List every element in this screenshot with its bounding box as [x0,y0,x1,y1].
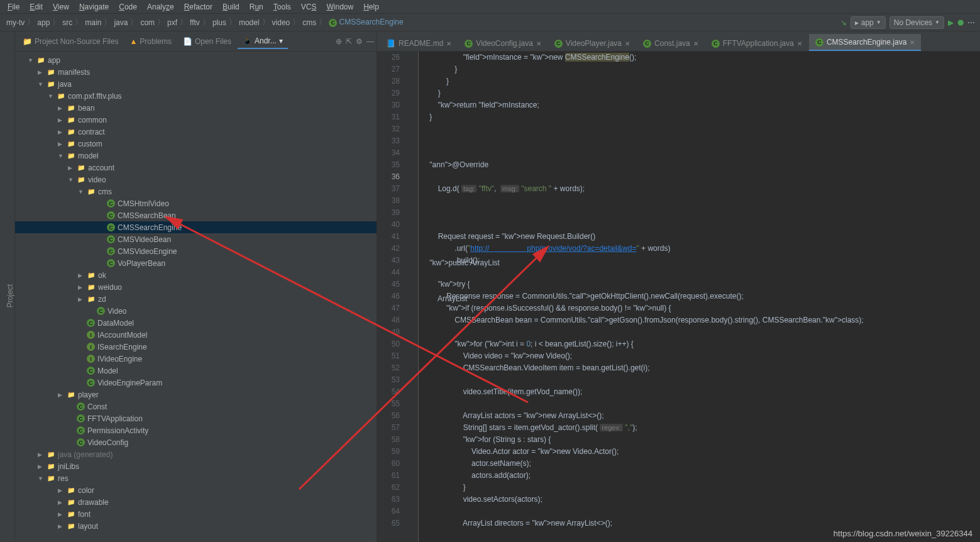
tree-node-video[interactable]: ▼📁video [15,174,377,185]
close-icon[interactable]: ✕ [536,40,541,47]
run-config-selector[interactable]: ▸ app ▼ [851,16,886,29]
pane-tab-openfiles[interactable]: 📄 Open Files [178,35,236,48]
more-icon[interactable]: ⋯ [967,18,975,27]
tree-node-custom[interactable]: ▶📁custom [15,138,377,150]
tree-node-ok[interactable]: ▶📁ok [15,269,377,281]
crumb[interactable]: pxf [166,18,179,27]
menu-file[interactable]: File [3,1,25,13]
tree-node-manifests[interactable]: ▶📁manifests [15,66,377,78]
tree-node-CMSSearchEngine[interactable]: CCMSSearchEngine [15,221,377,233]
tree-node-font[interactable]: ▶📁font [15,508,377,520]
menu-tools[interactable]: Tools [268,1,296,13]
tree-node-Const[interactable]: CConst [15,401,377,412]
code-content[interactable]: "field">mInstance = "kw">new CMSSearchEn… [419,52,980,542]
close-icon[interactable]: ✕ [446,40,451,47]
select-open-file-icon[interactable]: ⊕ [336,37,342,46]
tree-node-weiduo[interactable]: ▶📁weiduo [15,281,377,293]
tree-node-app[interactable]: ▼📁app [15,54,377,66]
code-editor[interactable]: 2627282930313233343536373839404142434445… [377,52,980,542]
tree-node-VideoEngineParam[interactable]: CVideoEngineParam [15,377,377,389]
tree-node-javagen[interactable]: ▶📁java (generated) [15,448,377,460]
editor-tab[interactable]: CVideoConfig.java✕ [458,35,548,51]
tree-node-CMSVideoEngine[interactable]: CCMSVideoEngine [15,245,377,257]
editor-tab[interactable]: CVideoPlayer.java✕ [548,35,636,51]
close-icon[interactable]: ✕ [693,40,698,47]
menu-code[interactable]: Code [114,1,142,13]
hide-icon[interactable]: — [366,37,374,46]
tree-node-player[interactable]: ▶📁player [15,389,377,401]
tree-node-common[interactable]: ▶📁common [15,114,377,126]
crumb[interactable]: my-tv [5,18,26,27]
gear-icon[interactable]: ⚙ [356,37,363,46]
tree-node-VoPlayerBean[interactable]: CVoPlayerBean [15,257,377,269]
tree-node-PermissionActivity[interactable]: CPermissionActivity [15,424,377,436]
tree-node-contract[interactable]: ▶📁contract [15,126,377,138]
close-icon[interactable]: ✕ [797,40,802,47]
close-icon[interactable]: ✕ [625,40,630,47]
crumb[interactable]: cms [301,18,317,27]
tree-node-Video[interactable]: CVideo [15,305,377,317]
menu-edit[interactable]: Edit [25,1,48,13]
tool-project[interactable]: Project [6,284,14,307]
run-icon[interactable]: ▶ [948,18,954,27]
editor-tab[interactable]: 📘 README.md✕ [380,35,458,51]
fold-gutter[interactable] [405,52,419,542]
tree-node-IAccountModel[interactable]: IIAccountModel [15,329,377,341]
tree-node-VideoConfig[interactable]: CVideoConfig [15,436,377,448]
editor-tab[interactable]: CConst.java✕ [637,35,705,51]
pane-tab-android[interactable]: 📱 Andr... ▾ [238,34,288,49]
tree-node-CMSHtmlVideo[interactable]: CCMSHtmlVideo [15,197,377,209]
tree-node-FFTVApplication[interactable]: CFFTVApplication [15,412,377,424]
crumb[interactable]: java [113,18,129,27]
tree-node-color[interactable]: ▶📁color [15,484,377,496]
breadcrumbs[interactable]: my-tv〉 app〉 src〉 main〉 java〉 com〉 pxf〉 f… [5,17,405,28]
tree-node-jniLibs[interactable]: ▶📁jniLibs [15,460,377,472]
menu-window[interactable]: Window [321,1,358,13]
tree-node-pkg[interactable]: ▼📁com.pxf.fftv.plus [15,90,377,102]
tree-node-java[interactable]: ▼📁java [15,78,377,90]
menu-refactor[interactable]: Refactor [179,1,217,13]
tree-node-layout[interactable]: ▶📁layout [15,520,377,532]
crumb[interactable]: src [61,18,74,27]
crumb[interactable]: video [271,18,292,27]
crumb[interactable]: app [36,18,51,27]
tree-node-CMSVideoBean[interactable]: CCMSVideoBean [15,233,377,245]
tree-node-model[interactable]: ▼📁model [15,150,377,162]
tree-node-CMSSearchBean[interactable]: CCMSSearchBean [15,209,377,221]
tree-node-ISearchEngine[interactable]: IISearchEngine [15,341,377,353]
device-selector[interactable]: No Devices ▼ [889,16,944,29]
tree-node-DataModel[interactable]: CDataModel [15,317,377,329]
menu-navigate[interactable]: Navigate [74,1,114,13]
crumb[interactable]: com [139,18,156,27]
menu-build[interactable]: Build [217,1,245,13]
tree-node-cms[interactable]: ▼📁cms [15,185,377,197]
crumb[interactable]: plus [211,18,228,27]
sync-icon[interactable]: ↘ [840,18,847,27]
tree-node-bean[interactable]: ▶📁bean [15,102,377,114]
tree-node-account[interactable]: ▶📁account [15,162,377,174]
pane-tab-nonsource[interactable]: 📁 Project Non-Source Files [18,35,123,48]
tree-node-Model[interactable]: CModel [15,365,377,377]
tree-node-IVideoEngine[interactable]: IIVideoEngine [15,353,377,365]
crumb-current[interactable]: C CMSSearchEngine [328,18,404,27]
editor-tab-active[interactable]: CCMSSearchEngine.java✕ [809,34,921,51]
editor-tab[interactable]: CFFTVApplication.java✕ [705,35,808,51]
menu-analyze[interactable]: Analyze [142,1,179,13]
menu-run[interactable]: Run [245,1,268,13]
class-icon: C [77,414,85,423]
project-tree[interactable]: ▼📁app▶📁manifests▼📁java▼📁com.pxf.fftv.plu… [15,52,377,542]
crumb[interactable]: model [238,18,261,27]
tree-node-drawable[interactable]: ▶📁drawable [15,496,377,508]
pane-tab-problems[interactable]: ▲ Problems [124,35,177,48]
crumb[interactable]: main [84,18,102,27]
collapse-icon[interactable]: ⇱ [346,37,352,46]
editor-tabs: 📘 README.md✕ CVideoConfig.java✕ CVideoPl… [377,31,980,52]
menu-help[interactable]: Help [358,1,384,13]
tree-node-zd[interactable]: ▶📁zd [15,293,377,305]
menu-vcs[interactable]: VCS [296,1,322,13]
tree-node-res[interactable]: ▼📁res [15,472,377,484]
close-icon[interactable]: ✕ [910,39,915,46]
debug-icon[interactable]: ⬣ [957,18,964,27]
crumb[interactable]: fftv [189,18,201,27]
menu-view[interactable]: View [48,1,74,13]
